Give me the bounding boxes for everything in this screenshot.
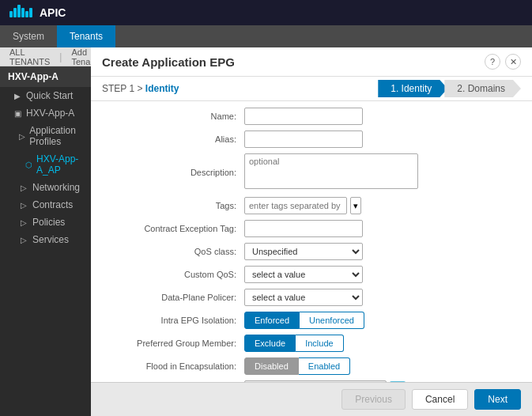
close-button[interactable]: ✕ — [505, 54, 521, 70]
row-qos: QoS class: Unspecified — [102, 243, 521, 260]
control-custom-qos: select a value — [244, 266, 497, 283]
services-icon: ▷ — [19, 236, 28, 244]
tags-dropdown-button[interactable]: ▾ — [350, 197, 361, 214]
control-contract-exception — [244, 220, 497, 237]
apic-title: APIC — [40, 6, 66, 19]
sidebar-item-contracts[interactable]: ▷ Contracts — [0, 196, 91, 214]
dialog-title: Create Application EPG — [102, 55, 235, 69]
help-button[interactable]: ? — [485, 54, 500, 70]
nav-bar: System Tenants — [0, 25, 532, 47]
control-qos: Unspecified — [244, 243, 497, 260]
flood-enabled-button[interactable]: Enabled — [299, 357, 350, 375]
breadcrumb-sep: > — [134, 83, 145, 94]
intra-enforced-button[interactable]: Enforced — [244, 312, 300, 329]
row-flood: Flood in Encapsulation: Disabled Enabled — [102, 357, 521, 375]
label-intra-epg: Intra EPG Isolation: — [102, 316, 244, 325]
row-intra-epg: Intra EPG Isolation: Enforced Unenforced — [102, 312, 521, 329]
content-header: Create Application EPG ? ✕ — [91, 47, 532, 77]
sub-header: STEP 1 > Identity 1. Identity 2. Domains — [91, 77, 532, 101]
breadcrumb: STEP 1 > Identity — [102, 83, 179, 94]
quick-start-icon: ▶ — [13, 92, 22, 100]
row-description: Description: — [102, 153, 521, 191]
form-area: Name: HXV-A-App_EPG Alias: Description: — [91, 101, 532, 382]
name-input[interactable]: HXV-A-App_EPG — [244, 108, 363, 125]
label-preferred-group: Preferred Group Member: — [102, 338, 244, 348]
nav-system[interactable]: System — [0, 25, 57, 47]
control-tags: ▾ — [244, 197, 497, 214]
main-layout: ALL TENANTS | Add Tena... HXV-App-A ▶ Qu… — [0, 47, 532, 416]
row-custom-qos: Custom QoS: select a value — [102, 266, 521, 283]
next-button[interactable]: Next — [474, 389, 521, 410]
content-area: Create Application EPG ? ✕ STEP 1 > Iden… — [91, 47, 532, 416]
preferred-include-button[interactable]: Include — [296, 335, 343, 352]
row-preferred-group: Preferred Group Member: Exclude Include — [102, 335, 521, 352]
intra-unenforced-button[interactable]: Unenforced — [300, 312, 364, 329]
tenant-tabs: ALL TENANTS | Add Tena... — [0, 47, 91, 66]
svg-rect-5 — [29, 8, 32, 17]
label-flood: Flood in Encapsulation: — [102, 361, 244, 371]
app-profiles-icon: ▷ — [19, 132, 25, 141]
step-tabs: 1. Identity 2. Domains — [378, 80, 521, 97]
tab-all-tenants[interactable]: ALL TENANTS — [6, 47, 53, 66]
intra-epg-toggle: Enforced Unenforced — [244, 312, 497, 329]
description-textarea[interactable] — [244, 153, 418, 189]
label-tags: Tags: — [102, 201, 244, 210]
row-name: Name: HXV-A-App_EPG — [102, 108, 521, 125]
tab-identity[interactable]: 1. Identity — [378, 80, 447, 97]
sidebar-item-hxv-a-ap[interactable]: ⬡ HXV-App-A_AP — [0, 150, 91, 179]
tab-add-tenant[interactable]: Add Tena... — [68, 47, 91, 66]
control-description — [244, 153, 497, 191]
tags-input[interactable] — [244, 197, 347, 214]
label-data-plane: Data-Plane Policer: — [102, 293, 244, 302]
label-alias: Alias: — [102, 134, 244, 144]
label-custom-qos: Custom QoS: — [102, 270, 244, 279]
flood-disabled-button[interactable]: Disabled — [244, 357, 299, 375]
sidebar-item-hxv-app-a[interactable]: ▣ HXV-App-A — [0, 104, 91, 122]
data-plane-select[interactable]: select a value — [244, 289, 363, 306]
row-alias: Alias: — [102, 130, 521, 148]
tags-row: ▾ — [244, 197, 497, 214]
contracts-icon: ▷ — [19, 201, 28, 210]
qos-select[interactable]: Unspecified — [244, 243, 363, 260]
hxv-app-a-icon: ▣ — [13, 109, 22, 118]
control-flood: Disabled Enabled — [244, 357, 497, 375]
nav-tenants[interactable]: Tenants — [57, 25, 115, 47]
custom-qos-select[interactable]: select a value — [244, 266, 363, 283]
sidebar-item-services[interactable]: ▷ Services — [0, 231, 91, 248]
header-icons: ? ✕ — [485, 54, 521, 70]
svg-rect-1 — [13, 8, 17, 17]
row-contract-exception: Contract Exception Tag: — [102, 220, 521, 237]
label-contract-exception: Contract Exception Tag: — [102, 224, 244, 233]
sidebar-item-policies[interactable]: ▷ Policies — [0, 214, 91, 231]
label-description: Description: — [102, 168, 244, 177]
networking-icon: ▷ — [19, 183, 28, 192]
alias-input[interactable] — [244, 130, 363, 148]
sidebar-tenant-header: HXV-App-A — [0, 66, 91, 87]
contract-exception-input[interactable] — [244, 220, 363, 237]
sidebar-item-app-profiles[interactable]: ▷ Application Profiles — [0, 122, 91, 150]
policies-icon: ▷ — [19, 218, 28, 227]
footer: Previous Cancel Next — [91, 382, 532, 416]
preferred-group-toggle: Exclude Include — [244, 335, 497, 352]
label-name: Name: — [102, 112, 244, 121]
top-bar: APIC — [0, 0, 532, 25]
control-preferred-group: Exclude Include — [244, 335, 497, 352]
row-tags: Tags: ▾ — [102, 197, 521, 214]
sidebar-item-networking[interactable]: ▷ Networking — [0, 179, 91, 196]
svg-rect-3 — [21, 8, 25, 17]
tab-domains[interactable]: 2. Domains — [444, 80, 521, 97]
sidebar-item-quick-start[interactable]: ▶ Quick Start — [0, 87, 91, 104]
svg-rect-2 — [17, 5, 21, 17]
control-intra-epg: Enforced Unenforced — [244, 312, 497, 329]
flood-toggle: Disabled Enabled — [244, 357, 497, 375]
cisco-logo: APIC — [9, 5, 66, 21]
breadcrumb-label: Identity — [145, 83, 179, 94]
row-data-plane: Data-Plane Policer: select a value — [102, 289, 521, 306]
previous-button[interactable]: Previous — [341, 389, 406, 410]
label-qos: QoS class: — [102, 247, 244, 256]
sidebar: ALL TENANTS | Add Tena... HXV-App-A ▶ Qu… — [0, 47, 91, 416]
preferred-exclude-button[interactable]: Exclude — [244, 335, 296, 352]
svg-rect-0 — [9, 11, 13, 17]
control-data-plane: select a value — [244, 289, 497, 306]
cancel-button[interactable]: Cancel — [412, 389, 468, 410]
